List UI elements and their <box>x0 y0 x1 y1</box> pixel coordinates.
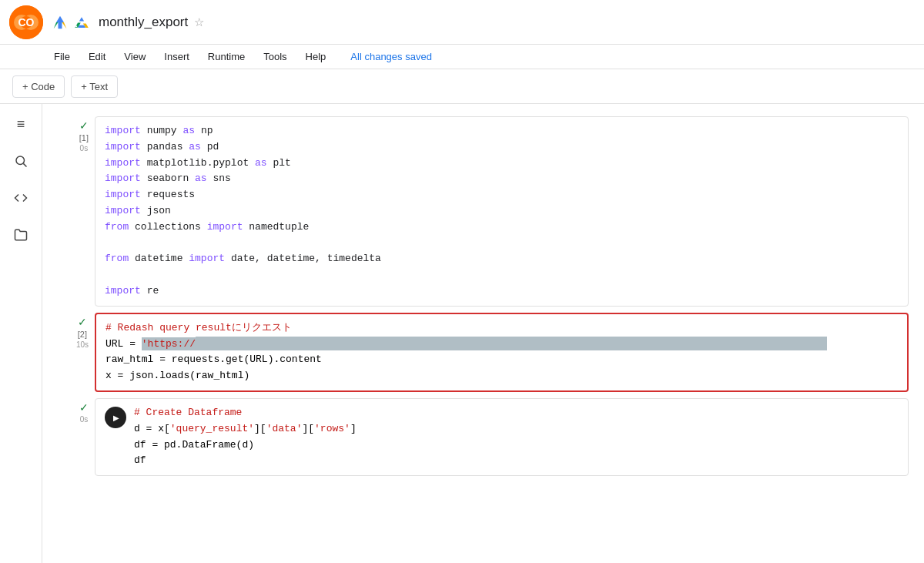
sidebar: ≡ <box>0 104 42 563</box>
cell-3-content[interactable]: # Create Dataframe d = x['query_result']… <box>95 398 909 476</box>
sidebar-search-icon[interactable] <box>10 150 32 172</box>
add-code-button[interactable]: + Code <box>12 75 65 98</box>
svg-point-8 <box>16 156 25 165</box>
header: CO monthly_export ☆ <box>0 0 924 45</box>
google-drive-icon <box>74 15 89 30</box>
cell-3: ✓ 0s # Create Dataframe d = x['query_res… <box>49 398 909 476</box>
cell-1-gutter: ✓ [1] 0s <box>49 116 95 152</box>
cell-2-check: ✓ <box>78 316 87 328</box>
svg-line-9 <box>23 163 26 166</box>
cell-1-code: import numpy as np import pandas as pd i… <box>105 123 899 300</box>
menu-runtime[interactable]: Runtime <box>200 48 253 65</box>
cell-2-time: 10s <box>76 340 89 349</box>
run-button[interactable] <box>105 407 126 428</box>
sidebar-code-icon[interactable] <box>10 187 32 209</box>
cell-2-code: # Redash query resultにリクエスト URL = 'https… <box>105 320 898 384</box>
cell-3-time: 0s <box>80 415 89 424</box>
menu-help[interactable]: Help <box>298 48 334 65</box>
main-layout: ≡ ✓ [1] 0s <box>0 104 924 563</box>
menu-edit[interactable]: Edit <box>81 48 113 65</box>
drive-icon <box>52 15 68 30</box>
cell-1-time: 0s <box>80 144 89 152</box>
svg-marker-6 <box>54 22 59 28</box>
cell-3-check: ✓ <box>79 401 89 414</box>
play-icon <box>112 412 119 423</box>
star-icon[interactable]: ☆ <box>194 15 204 29</box>
menu-view[interactable]: View <box>116 48 153 65</box>
cell-2-content[interactable]: # Redash query resultにリクエスト URL = 'https… <box>95 313 909 392</box>
sidebar-folder-icon[interactable] <box>10 224 32 246</box>
menu-tools[interactable]: Tools <box>256 48 294 65</box>
cell-2-number: [2] <box>78 330 87 339</box>
file-info: monthly_export ☆ <box>52 15 204 30</box>
notebook: ✓ [1] 0s import numpy as np import panda… <box>42 104 924 563</box>
saved-status[interactable]: All changes saved <box>343 48 440 65</box>
sidebar-menu-icon[interactable]: ≡ <box>10 113 32 135</box>
menu-insert[interactable]: Insert <box>156 48 197 65</box>
svg-marker-7 <box>62 22 67 28</box>
cell-2: ✓ [2] 10s # Redash query resultにリクエスト UR… <box>49 313 909 392</box>
menu-file[interactable]: File <box>46 48 78 65</box>
cell-2-gutter: ✓ [2] 10s <box>49 313 95 349</box>
cell-1-check: ✓ <box>79 119 89 132</box>
add-text-button[interactable]: + Text <box>71 75 118 98</box>
cell-1-content[interactable]: import numpy as np import pandas as pd i… <box>95 116 909 307</box>
toolbar: + Code + Text <box>0 69 924 104</box>
svg-text:CO: CO <box>18 16 35 28</box>
cell-3-code: # Create Dataframe d = x['query_result']… <box>134 405 357 469</box>
cell-1-number: [1] <box>79 133 89 142</box>
menu-bar: File Edit View Insert Runtime Tools Help… <box>0 45 924 69</box>
cell-3-gutter: ✓ 0s <box>49 398 95 424</box>
file-name: monthly_export <box>99 15 188 30</box>
cell-1: ✓ [1] 0s import numpy as np import panda… <box>49 116 909 307</box>
colab-logo: CO <box>9 5 43 39</box>
